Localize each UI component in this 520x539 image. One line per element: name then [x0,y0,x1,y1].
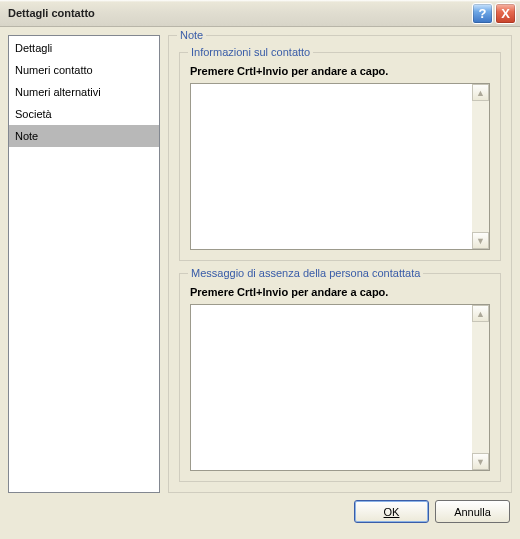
sidebar-item-label: Numeri alternativi [15,86,101,98]
help-icon: ? [479,6,487,21]
sidebar-item-dettagli[interactable]: Dettagli [9,37,159,59]
note-legend: Note [177,29,206,41]
cancel-button[interactable]: Annulla [435,500,510,523]
scrollbar: ▲ ▼ [472,84,489,249]
titlebar-buttons: ? X [472,3,516,24]
scroll-up-button[interactable]: ▲ [472,305,489,322]
sidebar-item-note[interactable]: Note [9,125,159,147]
chevron-up-icon: ▲ [476,309,485,319]
contact-info-groupbox: Informazioni sul contatto Premere Crtl+I… [179,52,501,261]
absence-msg-textarea-wrap: ▲ ▼ [190,304,490,471]
scroll-down-button[interactable]: ▼ [472,453,489,470]
absence-msg-legend: Messaggio di assenza della persona conta… [188,267,423,279]
scroll-down-button[interactable]: ▼ [472,232,489,249]
window-body: Dettagli Numeri contatto Numeri alternat… [0,27,520,529]
titlebar: Dettagli contatto ? X [0,0,520,27]
contact-info-textarea-wrap: ▲ ▼ [190,83,490,250]
sidebar-item-label: Società [15,108,52,120]
scrollbar: ▲ ▼ [472,305,489,470]
note-groupbox: Note Informazioni sul contatto Premere C… [168,35,512,493]
ok-label: OK [384,506,400,518]
contact-info-textarea[interactable] [191,84,472,249]
window-title: Dettagli contatto [8,7,472,19]
sidebar-item-societa[interactable]: Società [9,103,159,125]
contact-info-hint: Premere Crtl+Invio per andare a capo. [190,65,490,77]
columns: Dettagli Numeri contatto Numeri alternat… [8,35,512,493]
close-button[interactable]: X [495,3,516,24]
dialog-button-row: OK Annulla [8,493,512,523]
sidebar-item-numeri-alternativi[interactable]: Numeri alternativi [9,81,159,103]
sidebar-item-label: Note [15,130,38,142]
main-panel: Note Informazioni sul contatto Premere C… [168,35,512,493]
chevron-down-icon: ▼ [476,236,485,246]
absence-msg-groupbox: Messaggio di assenza della persona conta… [179,273,501,482]
chevron-down-icon: ▼ [476,457,485,467]
chevron-up-icon: ▲ [476,88,485,98]
cancel-label: Annulla [454,506,491,518]
scroll-up-button[interactable]: ▲ [472,84,489,101]
sidebar: Dettagli Numeri contatto Numeri alternat… [8,35,160,493]
contact-info-legend: Informazioni sul contatto [188,46,313,58]
absence-msg-hint: Premere Crtl+Invio per andare a capo. [190,286,490,298]
ok-button[interactable]: OK [354,500,429,523]
sidebar-item-label: Dettagli [15,42,52,54]
sidebar-item-numeri-contatto[interactable]: Numeri contatto [9,59,159,81]
close-icon: X [501,6,510,21]
inner-stack: Informazioni sul contatto Premere Crtl+I… [179,52,501,482]
help-button[interactable]: ? [472,3,493,24]
sidebar-item-label: Numeri contatto [15,64,93,76]
absence-msg-textarea[interactable] [191,305,472,470]
